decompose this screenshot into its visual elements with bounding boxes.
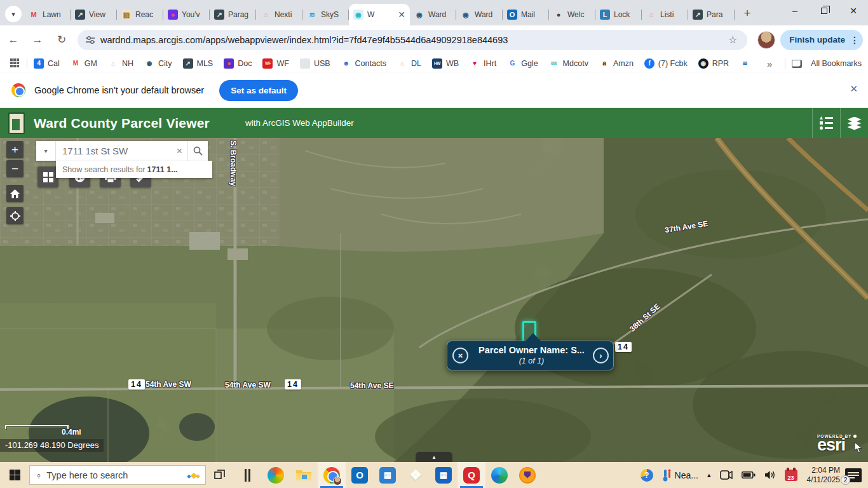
restore-button[interactable] bbox=[810, 0, 839, 22]
dropbox-taskbar-button[interactable]: ❖ bbox=[402, 462, 430, 488]
bookmark-item[interactable]: M GM bbox=[71, 58, 97, 69]
popup-close-button[interactable]: × bbox=[452, 348, 468, 363]
home-button[interactable] bbox=[6, 185, 24, 202]
clock[interactable]: 2:04 PM 4/11/2025 bbox=[807, 466, 841, 485]
reload-button[interactable]: ↻ bbox=[51, 29, 72, 51]
set-as-default-button[interactable]: Set as default bbox=[219, 80, 298, 101]
browser-tab[interactable]: ↗ Parag ✕ bbox=[210, 4, 256, 25]
my-location-button[interactable] bbox=[6, 207, 24, 224]
thermometer-icon bbox=[662, 469, 672, 482]
calendar-tray-button[interactable]: 23 bbox=[785, 470, 797, 481]
outlook-taskbar-button[interactable]: O bbox=[346, 462, 374, 488]
tab-close-icon[interactable]: ✕ bbox=[398, 10, 405, 20]
new-tab-button[interactable]: + bbox=[738, 4, 756, 22]
bookmarks-overflow-icon[interactable]: » bbox=[767, 58, 772, 69]
bookmark-favicon-icon: ☻ bbox=[341, 58, 351, 69]
browser-tab[interactable]: O Mail ✕ bbox=[503, 4, 549, 25]
browser-tab[interactable]: ◉ Ward ✕ bbox=[410, 4, 456, 25]
taskbar-search-box[interactable]: ⌕ Type here to search ◆ ◆◆ bbox=[29, 465, 206, 485]
volume-button[interactable] bbox=[764, 470, 776, 480]
browser-tab[interactable]: ◉ W ✕ bbox=[349, 4, 410, 25]
browser-tab[interactable]: ≋ SkyS ✕ bbox=[302, 4, 349, 25]
satellite-map[interactable]: 14 54th Ave SW 54th Ave SW 14 54th Ave S… bbox=[0, 138, 868, 462]
bookmark-item[interactable]: ⌂ NH bbox=[108, 58, 133, 69]
parcel-popup[interactable]: × Parcel Owner Name: S... (1 of 1) › bbox=[447, 341, 614, 370]
chrome-taskbar-button[interactable] bbox=[318, 462, 346, 488]
tab-favicon-icon: ⌂ bbox=[261, 10, 271, 20]
layers-button[interactable] bbox=[840, 108, 868, 138]
browser-tab[interactable]: M Lawn ✕ bbox=[24, 4, 71, 25]
bookmark-item[interactable]: ⌂ DL bbox=[397, 58, 421, 69]
bookmark-item[interactable]: ● Doc bbox=[224, 58, 252, 69]
bookmark-item[interactable]: HW WB bbox=[432, 58, 459, 69]
meet-now-button[interactable] bbox=[720, 470, 733, 480]
browser-tab[interactable]: ● You'v ✕ bbox=[163, 4, 210, 25]
close-window-button[interactable]: ✕ bbox=[839, 0, 868, 22]
finish-update-label: Finish update bbox=[789, 35, 845, 44]
bookmark-item[interactable]: WF WF bbox=[262, 58, 288, 69]
browser-tab[interactable]: ↗ View ✕ bbox=[71, 4, 117, 25]
browser-tab[interactable]: ▨ Reac ✕ bbox=[117, 4, 163, 25]
search-suggestion[interactable]: Show search results for 1711 1... bbox=[56, 161, 212, 178]
back-button[interactable]: ← bbox=[3, 29, 24, 51]
browser-tab[interactable]: ◉ Ward ✕ bbox=[456, 4, 503, 25]
zoom-out-button[interactable]: − bbox=[6, 160, 24, 177]
apps-grid-icon[interactable] bbox=[10, 58, 20, 69]
highway-14-shield: 14 bbox=[615, 342, 632, 352]
finish-update-button[interactable]: Finish update ⋮ bbox=[780, 30, 863, 50]
all-bookmarks-button[interactable]: All Bookmarks bbox=[792, 59, 862, 68]
start-button[interactable] bbox=[0, 462, 29, 488]
zoom-in-button[interactable]: + bbox=[6, 141, 24, 158]
edge-taskbar-button[interactable] bbox=[485, 462, 513, 488]
blue-grid-app-button[interactable]: ▦ bbox=[374, 462, 402, 488]
tray-overflow-button[interactable]: ▴ bbox=[707, 471, 711, 479]
file-explorer-button[interactable] bbox=[290, 462, 318, 488]
notification-center-button[interactable]: 2 bbox=[845, 468, 862, 482]
bookmark-item[interactable]: 000 Mdcotv bbox=[549, 58, 588, 69]
bookmark-item[interactable]: a Amzn bbox=[599, 58, 634, 69]
quicken-taskbar-button[interactable]: Q bbox=[458, 462, 485, 488]
avast-icon bbox=[519, 467, 536, 484]
minimize-button[interactable]: – bbox=[780, 0, 810, 22]
browser-tab[interactable]: ↗ Para ✕ bbox=[688, 4, 735, 25]
url-text[interactable]: wardnd.maps.arcgis.com/apps/webappviewer… bbox=[100, 35, 726, 45]
bookmark-item[interactable]: f (7) Fcbk bbox=[644, 58, 688, 69]
search-submit-button[interactable] bbox=[187, 141, 208, 161]
pipes-app-button[interactable] bbox=[234, 462, 262, 488]
bookmark-item[interactable]: ◉ RPR bbox=[698, 58, 729, 69]
browser-tab[interactable]: L Lock ✕ bbox=[595, 4, 642, 25]
bookmark-item[interactable]: ↗ MLS bbox=[183, 58, 214, 69]
map-search-input[interactable] bbox=[56, 146, 172, 156]
bookmark-star-icon[interactable]: ☆ bbox=[728, 34, 737, 46]
battery-status-button[interactable] bbox=[742, 471, 756, 479]
microsoft-store-button[interactable]: ▦ bbox=[430, 462, 458, 488]
browser-tab[interactable]: ⌂ Nexti ✕ bbox=[256, 4, 302, 25]
banner-close-icon[interactable]: ✕ bbox=[850, 83, 858, 95]
search-source-dropdown[interactable]: ▾ bbox=[36, 141, 56, 161]
bookmark-item[interactable]: G Ggle bbox=[507, 58, 538, 69]
forward-button[interactable]: → bbox=[27, 29, 48, 51]
bookmark-item[interactable]: ≋ bbox=[740, 58, 754, 69]
help-tray-button[interactable]: ? bbox=[641, 469, 653, 482]
profile-avatar[interactable] bbox=[757, 31, 775, 49]
task-view-button[interactable] bbox=[206, 462, 234, 488]
browser-tab[interactable]: ⌂ Listi ✕ bbox=[642, 4, 688, 25]
bookmark-item[interactable]: ☻ Contacts bbox=[341, 58, 386, 69]
browser-tab[interactable]: ● Welc ✕ bbox=[549, 4, 595, 25]
popup-next-button[interactable]: › bbox=[593, 348, 609, 363]
copilot-button[interactable] bbox=[262, 462, 290, 488]
bookmark-item[interactable]: 4 Cal bbox=[34, 58, 60, 69]
address-bar[interactable]: wardnd.maps.arcgis.com/apps/webappviewer… bbox=[78, 30, 747, 50]
avast-taskbar-button[interactable] bbox=[513, 462, 541, 488]
bookmark-item[interactable]: ◉ City bbox=[144, 58, 172, 69]
bookmark-item[interactable]: USB bbox=[300, 58, 330, 69]
bookmark-item[interactable]: ♥ IHrt bbox=[470, 58, 496, 69]
tab-search-chevron-icon[interactable]: ▾ bbox=[5, 6, 22, 22]
legend-button[interactable] bbox=[812, 108, 840, 138]
bookmark-favicon-icon: f bbox=[644, 58, 654, 69]
search-clear-icon[interactable]: × bbox=[172, 146, 187, 157]
browser-menu-icon[interactable]: ⋮ bbox=[850, 35, 859, 45]
weather-widget[interactable]: Nea... bbox=[662, 469, 698, 482]
site-info-icon[interactable] bbox=[85, 35, 95, 45]
attribution-toggle[interactable]: ▴ bbox=[416, 452, 452, 462]
